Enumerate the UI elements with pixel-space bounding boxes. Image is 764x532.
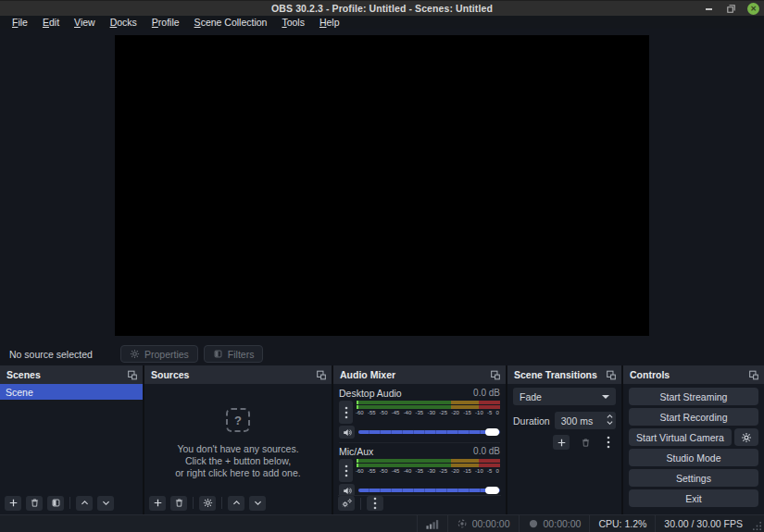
add-scene-button[interactable] [5,496,21,511]
controls-header[interactable]: Controls [623,365,764,384]
controls-body: Start Streaming Start Recording Start Vi… [623,384,764,511]
transitions-title: Scene Transitions [514,369,597,380]
gear-icon [741,432,752,443]
resize-grip[interactable] [751,515,764,532]
remove-scene-button[interactable] [26,496,43,511]
duration-spinner[interactable]: 300 ms [555,412,616,429]
dots-vertical-icon [373,497,377,510]
menu-view[interactable]: View [67,16,103,29]
studio-mode-button[interactable]: Studio Mode [629,449,758,466]
channel-menu-button[interactable] [339,459,353,482]
slider-track [358,430,500,434]
trash-icon [581,438,591,448]
menu-profile[interactable]: Profile [144,16,187,29]
record-time: 00:00:00 [544,518,582,529]
record-timer: 00:00:00 [520,515,590,532]
float-dock-icon[interactable] [606,370,617,380]
transitions-body: Fade Duration 300 ms [507,384,621,453]
sources-empty-state[interactable]: ? You don't have any sources. Click the … [144,384,332,479]
start-virtual-camera-button[interactable]: Start Virtual Camera [629,428,732,446]
restore-button[interactable] [725,3,737,15]
filters-button[interactable]: Filters [204,345,264,363]
scenes-panel-title: Scenes [6,369,41,380]
preview-canvas[interactable] [115,35,649,336]
remove-transition-button[interactable] [578,435,593,450]
menu-docks[interactable]: Docks [103,16,144,29]
menu-file[interactable]: File [5,16,35,29]
controls-panel: Controls Start Streaming Start Recording… [623,365,764,514]
slider-handle[interactable] [485,428,499,436]
move-source-up-button[interactable] [228,496,244,511]
volume-slider[interactable] [358,426,500,439]
scene-filters-button[interactable] [47,496,64,511]
menu-tools[interactable]: Tools [274,16,312,29]
scenes-panel: Scenes Scene [0,365,143,514]
toolbar-separator [69,497,70,509]
transition-select[interactable]: Fade [513,388,616,405]
float-dock-icon[interactable] [748,370,759,380]
statusbar: 00:00:00 00:00:00 CPU: 1.2% 30.00 / 30.0… [0,514,764,532]
record-status-icon [528,518,539,529]
sources-panel-header[interactable]: Sources [144,365,332,384]
channel-menu-button[interactable] [339,401,353,424]
obs-window: OBS 30.2.3 - Profile: Untitled - Scenes:… [0,0,764,532]
move-source-down-button[interactable] [249,496,266,511]
spinner-arrows [607,414,613,426]
toolbar-separator [221,497,222,509]
scene-list-item[interactable]: Scene [0,384,143,400]
scenes-toolbar [5,495,138,511]
move-scene-down-button[interactable] [97,496,114,511]
spin-down-icon[interactable] [607,420,613,426]
settings-button[interactable]: Settings [629,469,758,487]
remove-source-button[interactable] [170,496,187,511]
menu-edit[interactable]: Edit [35,16,67,29]
move-scene-up-button[interactable] [76,496,93,511]
transition-selected-value: Fade [520,391,542,402]
audio-mixer-header[interactable]: Audio Mixer [333,365,506,384]
scene-transitions-panel: Scene Transitions Fade Duration 300 ms [507,365,621,514]
window-controls: ✕ [703,1,759,17]
minimize-icon [706,8,712,10]
menu-scene-collection[interactable]: Scene Collection [187,16,275,29]
menu-help[interactable]: Help [312,16,347,29]
toolbar-separator [193,497,194,509]
filters-label: Filters [228,349,255,360]
empty-text-line: You don't have any sources. [177,443,298,455]
start-streaming-button[interactable]: Start Streaming [629,388,758,405]
sources-panel: Sources ? You don't have any sources. Cl… [144,365,332,514]
virtual-camera-config-button[interactable] [734,428,758,446]
add-transition-button[interactable] [553,435,570,450]
trash-icon [30,498,40,508]
spin-up-icon[interactable] [607,414,613,419]
exit-button[interactable]: Exit [629,489,758,507]
advanced-audio-button[interactable] [338,496,355,511]
transitions-header[interactable]: Scene Transitions [507,365,621,384]
slider-handle[interactable] [485,487,499,494]
stream-time: 00:00:00 [472,518,510,529]
slider-track [358,489,500,492]
empty-text-line: or right click here to add one. [175,467,300,479]
mixer-menu-button[interactable] [367,496,383,511]
menubar: File Edit View Docks Profile Scene Colle… [0,16,764,29]
channel-name: Mic/Aux [339,446,373,457]
duration-value: 300 ms [561,415,593,427]
properties-label: Properties [144,349,189,360]
meter-scale: -60-55-50-45-40-35-30-25-20-15-10-50 [357,468,500,475]
transition-properties-button[interactable] [601,435,616,450]
add-source-button[interactable] [149,496,166,511]
float-dock-icon[interactable] [127,370,138,380]
close-button[interactable]: ✕ [747,3,759,15]
chevron-down-icon [602,395,609,399]
minimize-button[interactable] [703,3,715,15]
mute-button[interactable] [339,426,355,439]
source-properties-button[interactable] [199,496,216,511]
start-recording-button[interactable]: Start Recording [629,408,758,426]
channel-level: 0.0 dB [473,446,500,456]
float-dock-icon[interactable] [490,370,501,380]
titlebar[interactable]: OBS 30.2.3 - Profile: Untitled - Scenes:… [0,0,764,16]
duration-label: Duration [513,415,550,427]
float-dock-icon[interactable] [316,370,327,380]
properties-button[interactable]: Properties [120,345,198,363]
volume-meter: -60-55-50-45-40-35-30-25-20-15-10-50 [357,401,500,424]
scenes-panel-header[interactable]: Scenes [0,365,143,384]
